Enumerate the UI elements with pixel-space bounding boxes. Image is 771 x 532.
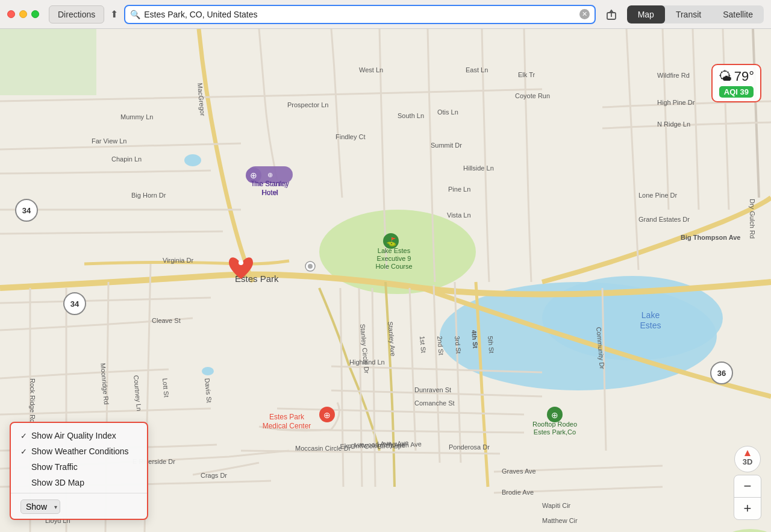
- svg-text:5th St: 5th St: [487, 336, 495, 354]
- location-icon: ⬆: [110, 8, 118, 20]
- svg-text:Elk Tr: Elk Tr: [518, 71, 535, 78]
- maximize-button[interactable]: [31, 10, 39, 18]
- svg-text:Coyote Run: Coyote Run: [515, 92, 550, 99]
- tab-transit[interactable]: Transit: [665, 5, 712, 23]
- svg-text:N Ridge Ln: N Ridge Ln: [657, 120, 690, 128]
- close-button[interactable]: [7, 10, 15, 18]
- aqi-badge: AQI 39: [719, 86, 754, 98]
- show-dropdown[interactable]: Show Hide: [20, 499, 60, 514]
- svg-text:Medical Center: Medical Center: [263, 422, 311, 430]
- map-type-tabs: Map Transit Satellite: [627, 5, 764, 23]
- svg-text:The Stanley: The Stanley: [251, 180, 289, 188]
- svg-point-73: [308, 264, 313, 269]
- menu-item-traffic[interactable]: ✓ Show Traffic: [11, 459, 147, 475]
- svg-text:34: 34: [70, 299, 80, 308]
- compass-button[interactable]: 3D: [734, 446, 761, 472]
- show-dropdown-wrapper: Show Hide ▾: [20, 499, 60, 514]
- svg-text:Wapiti Cir: Wapiti Cir: [542, 502, 571, 509]
- sun-icon: 🌤: [719, 69, 732, 84]
- menu-item-air-quality[interactable]: ✓ Show Air Quality Index: [11, 428, 147, 443]
- directions-button[interactable]: Directions: [49, 5, 104, 23]
- menu-label-weather: Show Weather Conditions: [31, 446, 137, 456]
- svg-rect-3: [0, 29, 96, 95]
- svg-text:Big Thompson Ave: Big Thompson Ave: [681, 234, 740, 241]
- svg-text:Virginia Dr: Virginia Dr: [163, 257, 193, 264]
- menu-separator: [11, 493, 147, 493]
- tab-satellite[interactable]: Satellite: [712, 5, 764, 23]
- svg-text:Rock Ridge Rd: Rock Ridge Rd: [29, 378, 36, 423]
- menu-label-3d-map: Show 3D Map: [31, 478, 137, 487]
- svg-text:South Ln: South Ln: [398, 112, 424, 119]
- svg-text:Matthew Cir: Matthew Cir: [542, 517, 578, 524]
- svg-text:Lone Pine Dr: Lone Pine Dr: [638, 192, 678, 199]
- svg-text:⊕: ⊕: [323, 410, 331, 420]
- svg-text:Hotel: Hotel: [261, 189, 278, 197]
- svg-point-75: [239, 260, 243, 265]
- svg-point-9: [202, 367, 214, 375]
- clear-search-button[interactable]: ✕: [579, 9, 590, 19]
- svg-text:Lake: Lake: [641, 310, 660, 320]
- svg-text:Cleave St: Cleave St: [152, 317, 181, 324]
- svg-text:⛳: ⛳: [386, 237, 397, 247]
- svg-text:Vista Ln: Vista Ln: [447, 211, 471, 219]
- svg-text:36: 36: [717, 369, 726, 378]
- svg-text:Grand Estates Dr: Grand Estates Dr: [638, 216, 690, 223]
- svg-text:Estes Park,Co: Estes Park,Co: [534, 428, 576, 436]
- share-button[interactable]: [602, 5, 621, 24]
- traffic-lights: [7, 10, 39, 18]
- svg-text:Far View Ln: Far View Ln: [92, 137, 127, 145]
- search-bar: 🔍 ✕: [124, 5, 595, 24]
- svg-text:Big Horn Dr: Big Horn Dr: [131, 192, 166, 199]
- zoom-out-button[interactable]: −: [734, 475, 761, 497]
- svg-text:⊕: ⊕: [267, 171, 273, 178]
- svg-text:Chapin Ln: Chapin Ln: [111, 155, 142, 163]
- svg-text:Brodie Ave: Brodie Ave: [502, 489, 534, 496]
- check-air-quality: ✓: [20, 431, 31, 440]
- svg-text:Crags Dr: Crags Dr: [201, 472, 227, 479]
- svg-text:Prospector Ln: Prospector Ln: [287, 101, 328, 108]
- svg-text:Graves Ave: Graves Ave: [502, 468, 536, 475]
- svg-text:⊕: ⊕: [250, 171, 257, 180]
- search-icon: 🔍: [130, 10, 140, 19]
- svg-text:Summit Dr: Summit Dr: [431, 142, 462, 149]
- svg-text:West Ln: West Ln: [359, 66, 383, 74]
- svg-text:Estes: Estes: [640, 321, 661, 330]
- svg-text:Comanche St: Comanche St: [414, 399, 455, 407]
- svg-text:Otis Ln: Otis Ln: [437, 108, 458, 116]
- weather-widget[interactable]: 🌤 79° AQI 39: [711, 64, 761, 102]
- svg-text:Hole Course: Hole Course: [375, 263, 412, 270]
- context-menu: ✓ Show Air Quality Index ✓ Show Weather …: [10, 422, 148, 520]
- menu-label-air-quality: Show Air Quality Index: [31, 431, 137, 440]
- svg-text:Executive 9: Executive 9: [377, 255, 411, 262]
- svg-text:34: 34: [22, 206, 31, 215]
- svg-text:Wildfire Rd: Wildfire Rd: [657, 72, 690, 79]
- temperature-label: 79°: [734, 69, 754, 84]
- minimize-button[interactable]: [19, 10, 27, 18]
- svg-text:Lake Estes: Lake Estes: [378, 247, 411, 254]
- 3d-label: 3D: [743, 457, 753, 466]
- svg-text:Rooftop Rodeo: Rooftop Rodeo: [532, 421, 577, 428]
- check-weather: ✓: [20, 447, 31, 456]
- map-view[interactable]: 34 34 36 MacGregor Virginia Dr Cleave St…: [0, 29, 771, 532]
- svg-text:Estes Park: Estes Park: [269, 413, 305, 421]
- svg-text:High Pine Dr: High Pine Dr: [657, 99, 695, 106]
- menu-item-3d-map[interactable]: ✓ Show 3D Map: [11, 475, 147, 490]
- search-input[interactable]: [144, 10, 575, 19]
- map-controls: 3D − +: [734, 446, 761, 520]
- svg-text:Dunraven St: Dunraven St: [414, 386, 451, 393]
- svg-text:Ponderosa Dr: Ponderosa Dr: [449, 443, 490, 451]
- svg-text:Pine Ln: Pine Ln: [448, 186, 470, 193]
- zoom-controls: − +: [734, 475, 761, 520]
- tab-map[interactable]: Map: [627, 5, 665, 23]
- zoom-in-button[interactable]: +: [734, 498, 761, 519]
- svg-text:⊕: ⊕: [551, 410, 558, 420]
- svg-text:Mummy Ln: Mummy Ln: [120, 113, 153, 120]
- menu-item-weather[interactable]: ✓ Show Weather Conditions: [11, 443, 147, 459]
- svg-point-8: [184, 154, 201, 166]
- svg-text:Hillside Ln: Hillside Ln: [463, 164, 494, 172]
- svg-text:Findley Ct: Findley Ct: [336, 133, 366, 140]
- svg-text:1st St: 1st St: [419, 336, 427, 353]
- compass-north-arrow: [744, 450, 751, 456]
- svg-text:East Ln: East Ln: [466, 66, 488, 74]
- svg-text:Dry Gulch Rd: Dry Gulch Rd: [749, 199, 756, 239]
